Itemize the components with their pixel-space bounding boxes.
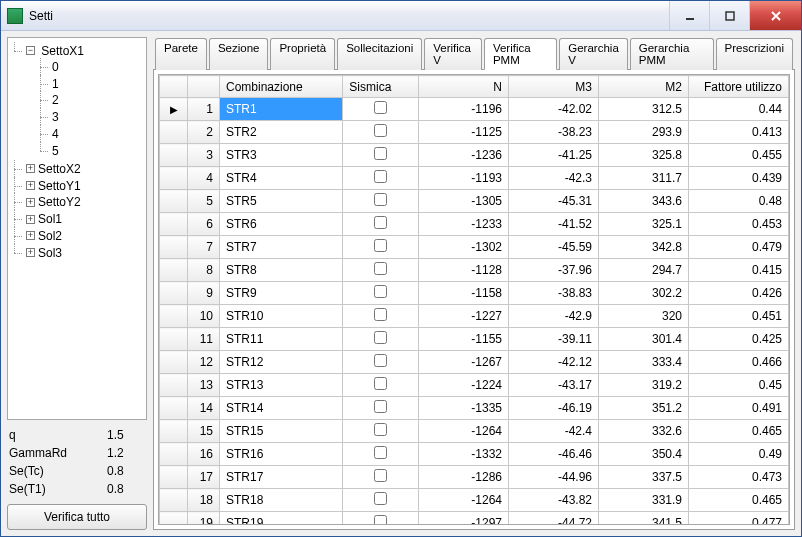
cell-m3[interactable]: -43.17	[509, 374, 599, 397]
tree-node[interactable]: +SettoY2	[14, 193, 144, 210]
tab-parete[interactable]: Parete	[155, 38, 207, 70]
sismica-checkbox[interactable]	[374, 170, 387, 183]
table-row[interactable]: 10STR10-1227-42.93200.451	[160, 305, 789, 328]
cell-m2[interactable]: 325.1	[599, 213, 689, 236]
cell-m3[interactable]: -37.96	[509, 259, 599, 282]
cell-m2[interactable]: 341.5	[599, 512, 689, 526]
cell-n[interactable]: -1128	[419, 259, 509, 282]
cell-m2[interactable]: 351.2	[599, 397, 689, 420]
cell-sismica[interactable]	[343, 98, 419, 121]
table-row[interactable]: 15STR15-1264-42.4332.60.465	[160, 420, 789, 443]
cell-m3[interactable]: -41.25	[509, 144, 599, 167]
cell-fattore[interactable]: 0.491	[689, 397, 789, 420]
expand-icon[interactable]: +	[26, 198, 35, 207]
sismica-checkbox[interactable]	[374, 285, 387, 298]
cell-combinazione[interactable]: STR12	[220, 351, 343, 374]
cell-fattore[interactable]: 0.426	[689, 282, 789, 305]
cell-fattore[interactable]: 0.439	[689, 167, 789, 190]
cell-fattore[interactable]: 0.473	[689, 466, 789, 489]
cell-m2[interactable]: 331.9	[599, 489, 689, 512]
cell-fattore[interactable]: 0.466	[689, 351, 789, 374]
col-n[interactable]: N	[419, 76, 509, 98]
cell-combinazione[interactable]: STR16	[220, 443, 343, 466]
cell-combinazione[interactable]: STR17	[220, 466, 343, 489]
cell-m3[interactable]: -44.96	[509, 466, 599, 489]
cell-fattore[interactable]: 0.413	[689, 121, 789, 144]
cell-fattore[interactable]: 0.49	[689, 443, 789, 466]
expand-icon[interactable]: +	[26, 231, 35, 240]
col-sismica[interactable]: Sismica	[343, 76, 419, 98]
cell-n[interactable]: -1267	[419, 351, 509, 374]
table-row[interactable]: 2STR2-1125-38.23293.90.413	[160, 121, 789, 144]
cell-n[interactable]: -1286	[419, 466, 509, 489]
sismica-checkbox[interactable]	[374, 193, 387, 206]
cell-n[interactable]: -1305	[419, 190, 509, 213]
table-row[interactable]: 13STR13-1224-43.17319.20.45	[160, 374, 789, 397]
sismica-checkbox[interactable]	[374, 331, 387, 344]
table-row[interactable]: 7STR7-1302-45.59342.80.479	[160, 236, 789, 259]
cell-sismica[interactable]	[343, 282, 419, 305]
cell-sismica[interactable]	[343, 305, 419, 328]
cell-combinazione[interactable]: STR6	[220, 213, 343, 236]
tree-node-settox1[interactable]: − SettoX1 012345	[14, 42, 144, 160]
table-row[interactable]: 11STR11-1155-39.11301.40.425	[160, 328, 789, 351]
table-row[interactable]: 6STR6-1233-41.52325.10.453	[160, 213, 789, 236]
verify-all-button[interactable]: Verifica tutto	[7, 504, 147, 530]
sismica-checkbox[interactable]	[374, 262, 387, 275]
cell-sismica[interactable]	[343, 512, 419, 526]
tree-node-child[interactable]: 5	[40, 142, 144, 159]
cell-n[interactable]: -1302	[419, 236, 509, 259]
table-row[interactable]: 9STR9-1158-38.83302.20.426	[160, 282, 789, 305]
cell-sismica[interactable]	[343, 351, 419, 374]
cell-fattore[interactable]: 0.465	[689, 420, 789, 443]
sismica-checkbox[interactable]	[374, 423, 387, 436]
tree-node-child[interactable]: 1	[40, 75, 144, 92]
cell-m3[interactable]: -46.19	[509, 397, 599, 420]
sismica-checkbox[interactable]	[374, 515, 387, 525]
table-row[interactable]: 17STR17-1286-44.96337.50.473	[160, 466, 789, 489]
close-button[interactable]	[749, 1, 801, 30]
tree-node-child[interactable]: 0	[40, 58, 144, 75]
sismica-checkbox[interactable]	[374, 446, 387, 459]
cell-m2[interactable]: 319.2	[599, 374, 689, 397]
cell-m2[interactable]: 343.6	[599, 190, 689, 213]
cell-fattore[interactable]: 0.477	[689, 512, 789, 526]
cell-m3[interactable]: -42.4	[509, 420, 599, 443]
cell-m2[interactable]: 312.5	[599, 98, 689, 121]
tree-node[interactable]: +SettoY1	[14, 177, 144, 194]
minimize-button[interactable]	[669, 1, 709, 30]
cell-fattore[interactable]: 0.465	[689, 489, 789, 512]
sismica-checkbox[interactable]	[374, 400, 387, 413]
cell-n[interactable]: -1224	[419, 374, 509, 397]
cell-fattore[interactable]: 0.44	[689, 98, 789, 121]
cell-n[interactable]: -1233	[419, 213, 509, 236]
collapse-icon[interactable]: −	[26, 46, 35, 55]
data-grid[interactable]: Combinazione Sismica N M3 M2 Fattore uti…	[158, 74, 790, 525]
cell-sismica[interactable]	[343, 466, 419, 489]
cell-fattore[interactable]: 0.45	[689, 374, 789, 397]
tree-node[interactable]: +SettoX2	[14, 160, 144, 177]
cell-n[interactable]: -1236	[419, 144, 509, 167]
cell-n[interactable]: -1264	[419, 489, 509, 512]
cell-sismica[interactable]	[343, 144, 419, 167]
sismica-checkbox[interactable]	[374, 101, 387, 114]
cell-n[interactable]: -1155	[419, 328, 509, 351]
cell-m2[interactable]: 311.7	[599, 167, 689, 190]
table-row[interactable]: 16STR16-1332-46.46350.40.49	[160, 443, 789, 466]
table-row[interactable]: 19STR19-1297-44.72341.50.477	[160, 512, 789, 526]
expand-icon[interactable]: +	[26, 181, 35, 190]
table-row[interactable]: 5STR5-1305-45.31343.60.48	[160, 190, 789, 213]
tree-node-child[interactable]: 3	[40, 108, 144, 125]
sismica-checkbox[interactable]	[374, 469, 387, 482]
tab-verifica-v[interactable]: Verifica V	[424, 38, 482, 70]
cell-sismica[interactable]	[343, 443, 419, 466]
cell-m2[interactable]: 333.4	[599, 351, 689, 374]
cell-combinazione[interactable]: STR15	[220, 420, 343, 443]
cell-m3[interactable]: -45.31	[509, 190, 599, 213]
cell-m2[interactable]: 342.8	[599, 236, 689, 259]
cell-fattore[interactable]: 0.48	[689, 190, 789, 213]
cell-m2[interactable]: 337.5	[599, 466, 689, 489]
expand-icon[interactable]: +	[26, 215, 35, 224]
table-row[interactable]: 12STR12-1267-42.12333.40.466	[160, 351, 789, 374]
cell-sismica[interactable]	[343, 259, 419, 282]
